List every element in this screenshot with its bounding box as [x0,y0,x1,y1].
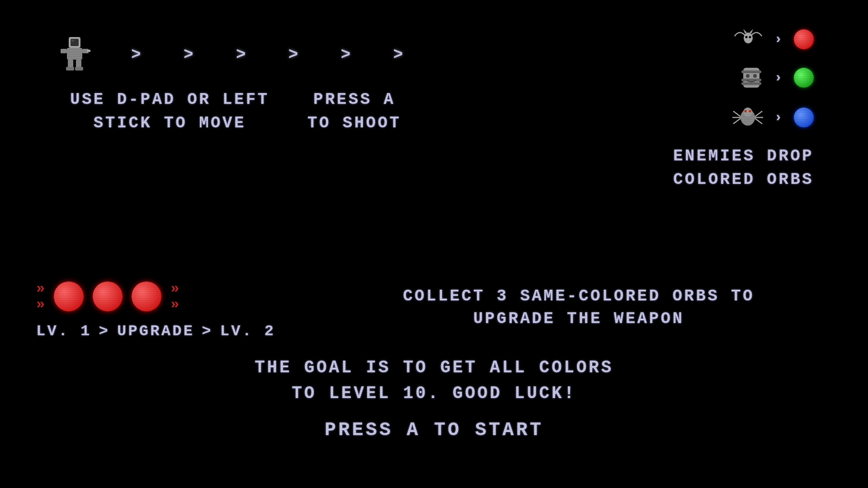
collect-line2: UPGRADE THE WEAPON [326,308,832,330]
lv1-label: LV. 1 [36,321,91,341]
upgrade-orb-2 [93,282,123,311]
move-label-line1: USE D-PAD OR LEFT [70,88,269,112]
enemies-drop-panel: › › [673,27,814,192]
move-label-line2: STICK TO MOVE [70,112,269,135]
enemy-row-bat: › [673,27,814,52]
goal-line1: THE GOAL IS TO GET ALL COLORS [36,355,832,380]
right-bracket-top: » [170,281,179,296]
svg-rect-2 [67,48,82,60]
svg-point-31 [749,110,751,113]
svg-rect-18 [741,79,761,81]
bat-icon [732,27,764,52]
enemies-drop-line2: COLORED ORBS [673,168,814,192]
enemy-row-spider: › [673,104,814,131]
movement-tutorial: > > > > > > [59,36,405,82]
orb-row: » » » » [36,281,289,312]
enemy-row-barrel: › [673,64,814,91]
bat-arrow: › [774,31,784,48]
shoot-label: PRESS A TO SHOOT [307,88,401,135]
svg-rect-9 [75,67,83,70]
svg-line-25 [755,111,762,117]
svg-point-21 [753,74,757,78]
svg-point-29 [743,108,752,117]
shoot-label-line2: TO SHOOT [307,112,401,135]
game-screen: > > > > > > USE D-PAD OR LEFT STICK TO M… [0,0,868,488]
bottom-section: » » » » LV. 1 > [36,281,832,443]
svg-line-24 [733,118,741,124]
right-bracket-bot: » [170,296,179,312]
bottom-inner: » » » » LV. 1 > [36,281,832,342]
player-sprite [59,36,90,75]
upgrade-orb-1 [54,282,84,311]
enemies-drop-line1: ENEMIES DROP [673,145,814,168]
start-prompt[interactable]: PRESS A TO START [36,418,832,443]
upgrade-label: UPGRADE [117,321,194,341]
left-bracket-bot: » [36,296,45,312]
red-orb-indicator [794,29,814,49]
move-arrow-6: > [393,45,405,66]
movement-animation-row: > > > > > > [59,36,405,75]
upgrade-orb-3 [132,282,161,311]
svg-rect-19 [741,82,761,85]
svg-point-30 [745,110,747,113]
upgrade-animation: » » » » LV. 1 > [36,281,289,342]
start-text[interactable]: PRESS A TO START [325,419,543,441]
move-arrow-3: > [236,45,248,66]
svg-rect-3 [61,49,67,53]
upgrade-arrow2: > [202,321,212,341]
svg-rect-17 [741,70,761,73]
upgrade-arrow1: > [99,321,109,341]
barrel-icon [739,64,764,91]
svg-marker-13 [750,29,753,33]
svg-rect-8 [66,67,74,70]
svg-point-20 [746,74,750,78]
collect-line1: COLLECT 3 SAME-COLORED ORBS TO [326,285,832,308]
move-label: USE D-PAD OR LEFT STICK TO MOVE [70,88,269,135]
svg-rect-5 [87,50,90,52]
lv2-label: LV. 2 [220,321,275,341]
blue-orb-indicator [794,108,814,127]
left-bracket-top: » [36,281,45,296]
svg-rect-10 [71,40,74,42]
svg-point-15 [749,36,751,38]
goal-text: THE GOAL IS TO GET ALL COLORS TO LEVEL 1… [36,355,832,406]
svg-line-27 [755,118,762,124]
spider-icon [731,104,764,131]
spider-arrow: › [774,109,784,127]
svg-point-11 [744,33,753,43]
move-arrow-4: > [288,45,300,66]
move-arrow-1: > [131,45,143,66]
right-bracket: » » [170,281,179,312]
svg-point-14 [745,36,748,38]
green-orb-indicator [794,68,814,88]
move-arrow-5: > [341,45,353,66]
barrel-arrow: › [774,69,784,87]
svg-marker-12 [743,29,747,33]
level-upgrade-row: LV. 1 > UPGRADE > LV. 2 [36,321,289,341]
enemies-drop-text: ENEMIES DROP COLORED ORBS [673,145,814,192]
move-arrow-2: > [184,45,195,66]
collect-instruction: COLLECT 3 SAME-COLORED ORBS TO UPGRADE T… [326,281,832,331]
shoot-label-line1: PRESS A [307,88,401,112]
svg-line-22 [733,111,741,117]
left-bracket: » » [36,281,45,312]
goal-line2: TO LEVEL 10. GOOD LUCK! [36,380,832,406]
